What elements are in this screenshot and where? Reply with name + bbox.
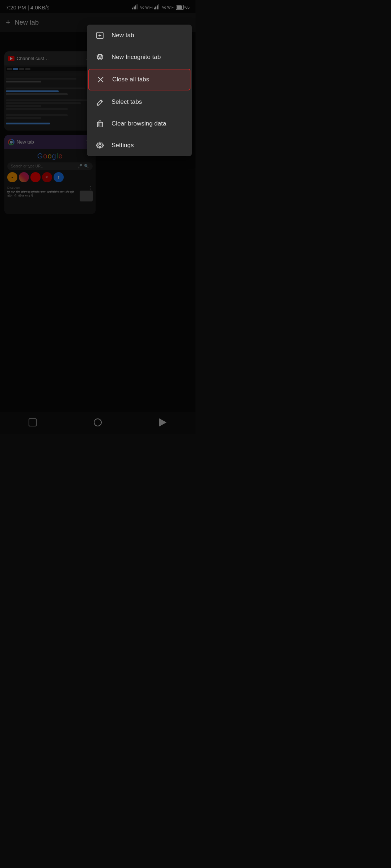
menu-incognito-label: New Incognito tab — [112, 54, 161, 61]
pencil-icon — [96, 98, 104, 106]
menu-item-new-tab[interactable]: New tab — [87, 25, 192, 46]
menu-select-tabs-label: Select tabs — [112, 98, 142, 106]
plus-square-icon — [96, 31, 104, 40]
menu-item-select-tabs[interactable]: Select tabs — [87, 91, 192, 113]
incognito-icon — [96, 53, 104, 61]
menu-item-incognito[interactable]: New Incognito tab — [87, 46, 192, 68]
menu-item-settings[interactable]: Settings — [87, 135, 192, 156]
menu-close-all-label: Close all tabs — [112, 76, 149, 83]
menu-new-tab-label: New tab — [112, 32, 134, 39]
menu-item-close-all[interactable]: Close all tabs — [88, 69, 190, 90]
menu-item-clear-data[interactable]: Clear browsing data — [87, 113, 192, 135]
gear-icon — [96, 141, 104, 150]
svg-point-30 — [99, 144, 101, 147]
trash-icon — [96, 119, 104, 128]
menu-clear-data-label: Clear browsing data — [112, 120, 166, 127]
dropdown-menu: New tab New Incognito tab Close all tabs — [87, 25, 192, 156]
svg-rect-19 — [98, 54, 102, 55]
svg-line-18 — [102, 55, 103, 56]
x-icon — [96, 75, 105, 84]
svg-line-17 — [97, 55, 97, 56]
menu-settings-label: Settings — [112, 142, 134, 149]
